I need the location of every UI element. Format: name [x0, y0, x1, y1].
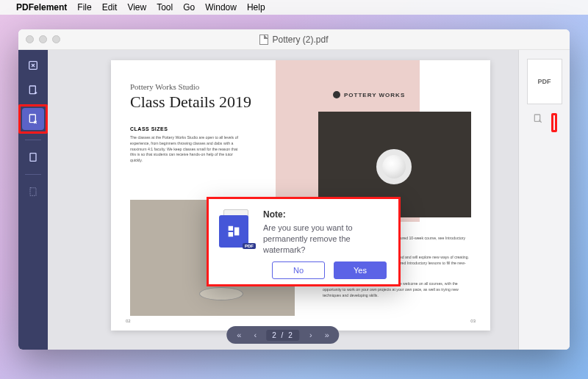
square-x-icon [27, 59, 39, 71]
last-page-button[interactable]: » [322, 330, 332, 340]
sidebar-close-tool[interactable] [22, 54, 44, 76]
doc-title: Class Details 2019 [130, 93, 251, 112]
edit-watermark-button[interactable] [532, 113, 544, 125]
sidebar-watermark-tool[interactable] [22, 108, 44, 130]
sidebar-separator [25, 140, 41, 140]
app-window: Pottery (2).pdf [18, 29, 570, 350]
logo-dot-icon [333, 91, 340, 98]
window-titlebar: Pottery (2).pdf [18, 29, 570, 50]
window-controls [18, 35, 60, 43]
doc-subtitle: Pottery Works Studio [130, 82, 199, 91]
page-edit-icon [27, 113, 39, 125]
menu-view[interactable]: View [127, 2, 146, 12]
page-navigator: « ‹ 2 / 2 › » [226, 326, 339, 344]
thumbnail-tools [532, 113, 557, 132]
sidebar-form-tool[interactable] [22, 181, 44, 203]
sidebar-separator [25, 174, 41, 175]
page-icon [27, 151, 39, 163]
page-indicator[interactable]: 2 / 2 [266, 330, 299, 341]
page-dashed-icon [27, 186, 39, 198]
highlight-marker [551, 113, 557, 132]
sidebar-page-tool[interactable] [22, 146, 44, 168]
brand-logo: POTTERY WORKS [333, 91, 405, 98]
body-paragraph: The classes at the Pottery Works Studio … [130, 135, 240, 164]
app-menu[interactable]: PDFelement [16, 2, 67, 12]
thumbnail-label: PDF [538, 78, 551, 85]
menu-file[interactable]: File [77, 2, 91, 12]
confirm-dialog: PDF Note: Are you sure you want to perma… [207, 197, 401, 286]
brand-name: POTTERY WORKS [344, 92, 405, 98]
prev-page-button[interactable]: ‹ [250, 330, 260, 340]
document-icon [259, 35, 268, 45]
window-body: Pottery Works Studio Class Details 2019 … [18, 50, 570, 350]
pencil-page-icon [532, 113, 544, 125]
menu-window[interactable]: Window [205, 2, 237, 12]
page-number-right: 03 [470, 319, 476, 323]
window-minimize-button[interactable] [39, 35, 47, 43]
next-page-button[interactable]: › [306, 330, 316, 340]
menu-go[interactable]: Go [183, 2, 195, 12]
window-close-button[interactable] [26, 35, 34, 43]
sidebar-export-tool[interactable] [22, 79, 44, 101]
dialog-message: Are you sure you want to permanently rem… [263, 223, 387, 256]
svg-rect-4 [30, 188, 36, 196]
first-page-button[interactable]: « [234, 330, 244, 340]
document-page: Pottery Works Studio Class Details 2019 … [111, 60, 490, 331]
page-number-left: 02 [126, 319, 131, 323]
dialog-app-icon: PDF [219, 209, 254, 248]
dialog-yes-button[interactable]: Yes [334, 261, 387, 279]
pdf-badge: PDF [243, 243, 256, 249]
thumbnail-panel: PDF [518, 50, 570, 350]
menu-help[interactable]: Help [247, 2, 265, 12]
left-sidebar [18, 50, 48, 350]
window-title: Pottery (2).pdf [272, 35, 328, 45]
highlight-marker [18, 104, 48, 134]
section-heading: CLASS SIZES [130, 126, 168, 131]
menu-edit[interactable]: Edit [102, 2, 118, 12]
svg-rect-3 [30, 154, 36, 162]
dialog-no-button[interactable]: No [272, 261, 325, 279]
window-zoom-button[interactable] [52, 35, 60, 43]
page-thumbnail[interactable]: PDF [527, 59, 562, 104]
app-logo-icon [226, 223, 242, 239]
dialog-title: Note: [263, 209, 387, 220]
menu-tool[interactable]: Tool [157, 2, 173, 12]
macos-menubar: PDFelement File Edit View Tool Go Window… [0, 0, 588, 15]
cup-photo [354, 141, 434, 192]
page-plus-icon [27, 84, 39, 96]
